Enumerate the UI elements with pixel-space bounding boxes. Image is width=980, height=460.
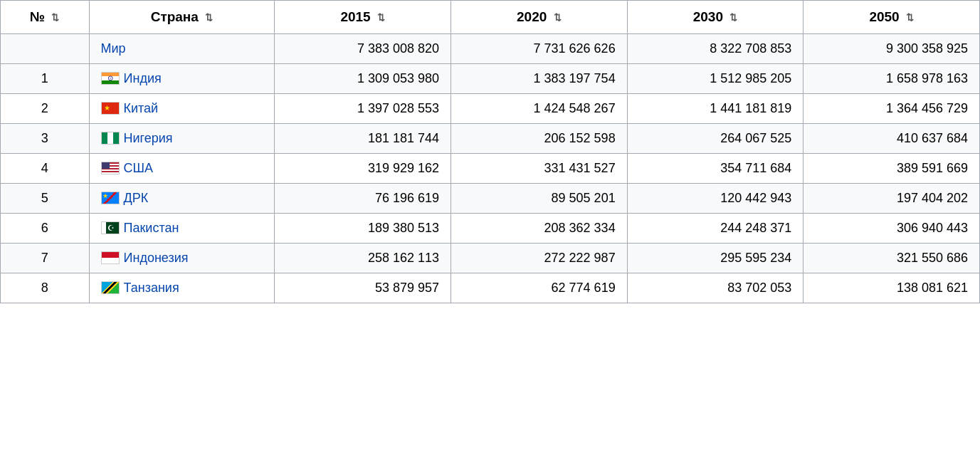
flag-icon <box>101 132 120 145</box>
rank-cell: 3 <box>1 124 90 154</box>
y2015-cell: 1 397 028 553 <box>275 94 451 124</box>
sort-icon[interactable]: ⇅ <box>51 12 59 23</box>
header-country[interactable]: Страна ⇅ <box>89 1 275 34</box>
flag-icon <box>101 162 120 174</box>
y2050-cell: 1 364 456 729 <box>804 94 980 124</box>
y2020-cell: 62 774 619 <box>451 273 628 303</box>
header-2020-label: 2020 <box>517 9 547 24</box>
country-name: США <box>124 161 154 175</box>
country-cell[interactable]: Танзания <box>89 273 275 303</box>
sort-icon[interactable]: ⇅ <box>554 12 562 23</box>
rank-cell: 4 <box>1 154 90 184</box>
world-2030-cell: 8 322 708 853 <box>627 34 804 64</box>
flag-icon <box>101 72 120 85</box>
y2020-cell: 89 505 201 <box>451 184 628 214</box>
rank-cell: 1 <box>1 64 90 94</box>
table-row: 6Пакистан189 380 513208 362 334244 248 3… <box>1 214 980 244</box>
world-country-cell: Мир <box>89 34 275 64</box>
table-row: 8Танзания53 879 95762 774 61983 702 0531… <box>1 273 980 303</box>
y2030-cell: 295 595 234 <box>627 244 804 273</box>
flag-icon <box>101 192 120 204</box>
y2050-cell: 306 940 443 <box>804 214 980 244</box>
world-2015-cell: 7 383 008 820 <box>275 34 451 64</box>
sort-icon[interactable]: ⇅ <box>906 12 914 23</box>
header-2050[interactable]: 2050 ⇅ <box>804 1 980 34</box>
y2030-cell: 354 711 684 <box>627 154 804 184</box>
y2030-cell: 120 442 943 <box>627 184 804 214</box>
world-2050-cell: 9 300 358 925 <box>804 34 980 64</box>
y2020-cell: 331 431 527 <box>451 154 628 184</box>
flag-icon <box>101 102 120 115</box>
y2050-cell: 321 550 686 <box>804 244 980 273</box>
rank-cell: 7 <box>1 244 90 273</box>
y2050-cell: 138 081 621 <box>804 273 980 303</box>
table-row: 1Индия1 309 053 9801 383 197 7541 512 98… <box>1 64 980 94</box>
population-table: № ⇅ Страна ⇅ 2015 ⇅ 2020 ⇅ 2030 ⇅ 2050 ⇅ <box>0 0 980 303</box>
header-2050-label: 2050 <box>869 9 899 24</box>
flag-icon <box>101 251 120 264</box>
header-rank[interactable]: № ⇅ <box>1 1 90 34</box>
header-2015[interactable]: 2015 ⇅ <box>275 1 451 34</box>
world-row: Мир 7 383 008 820 7 731 626 626 8 322 70… <box>1 34 980 64</box>
header-rank-label: № <box>30 9 45 24</box>
y2015-cell: 319 929 162 <box>275 154 451 184</box>
y2015-cell: 181 181 744 <box>275 124 451 154</box>
table-row: 7Индонезия258 162 113272 222 987295 595 … <box>1 244 980 273</box>
header-2030[interactable]: 2030 ⇅ <box>627 1 804 34</box>
y2050-cell: 197 404 202 <box>804 184 980 214</box>
y2020-cell: 272 222 987 <box>451 244 628 273</box>
y2020-cell: 208 362 334 <box>451 214 628 244</box>
y2020-cell: 1 383 197 754 <box>451 64 628 94</box>
country-name: Пакистан <box>124 221 179 235</box>
y2020-cell: 1 424 548 267 <box>451 94 628 124</box>
sort-icon[interactable]: ⇅ <box>729 12 737 23</box>
y2050-cell: 410 637 684 <box>804 124 980 154</box>
sort-icon[interactable]: ⇅ <box>377 12 385 23</box>
header-2020[interactable]: 2020 ⇅ <box>451 1 628 34</box>
table-row: 4США319 929 162331 431 527354 711 684389… <box>1 154 980 184</box>
y2015-cell: 1 309 053 980 <box>275 64 451 94</box>
country-name: Китай <box>124 101 159 115</box>
country-name: Индия <box>124 71 162 85</box>
country-cell[interactable]: ДРК <box>89 184 275 214</box>
country-cell[interactable]: Нигерия <box>89 124 275 154</box>
table-row: 5ДРК76 196 61989 505 201120 442 943197 4… <box>1 184 980 214</box>
rank-cell: 2 <box>1 94 90 124</box>
table-row: 2Китай1 397 028 5531 424 548 2671 441 18… <box>1 94 980 124</box>
y2015-cell: 76 196 619 <box>275 184 451 214</box>
country-name: Индонезия <box>124 251 189 265</box>
y2015-cell: 53 879 957 <box>275 273 451 303</box>
world-2020-cell: 7 731 626 626 <box>451 34 628 64</box>
y2020-cell: 206 152 598 <box>451 124 628 154</box>
rank-cell: 8 <box>1 273 90 303</box>
y2030-cell: 264 067 525 <box>627 124 804 154</box>
country-cell[interactable]: Китай <box>89 94 275 124</box>
y2030-cell: 244 248 371 <box>627 214 804 244</box>
header-2015-label: 2015 <box>340 9 370 24</box>
rank-cell: 6 <box>1 214 90 244</box>
rank-cell: 5 <box>1 184 90 214</box>
country-cell[interactable]: Пакистан <box>89 214 275 244</box>
y2030-cell: 83 702 053 <box>627 273 804 303</box>
country-name: Нигерия <box>124 131 173 145</box>
y2015-cell: 258 162 113 <box>275 244 451 273</box>
country-name: ДРК <box>124 191 149 205</box>
world-rank-cell <box>1 34 90 64</box>
world-country-name: Мир <box>101 41 126 56</box>
header-country-label: Страна <box>151 9 199 24</box>
y2030-cell: 1 441 181 819 <box>627 94 804 124</box>
header-row: № ⇅ Страна ⇅ 2015 ⇅ 2020 ⇅ 2030 ⇅ 2050 ⇅ <box>1 1 980 34</box>
country-cell[interactable]: Индия <box>89 64 275 94</box>
y2030-cell: 1 512 985 205 <box>627 64 804 94</box>
table-row: 3Нигерия181 181 744206 152 598264 067 52… <box>1 124 980 154</box>
country-cell[interactable]: США <box>89 154 275 184</box>
y2050-cell: 389 591 669 <box>804 154 980 184</box>
country-cell[interactable]: Индонезия <box>89 244 275 273</box>
y2050-cell: 1 658 978 163 <box>804 64 980 94</box>
flag-icon <box>101 281 120 294</box>
y2015-cell: 189 380 513 <box>275 214 451 244</box>
country-name: Танзания <box>124 281 179 295</box>
header-2030-label: 2030 <box>693 9 723 24</box>
sort-icon[interactable]: ⇅ <box>205 12 213 23</box>
flag-icon <box>101 221 120 234</box>
